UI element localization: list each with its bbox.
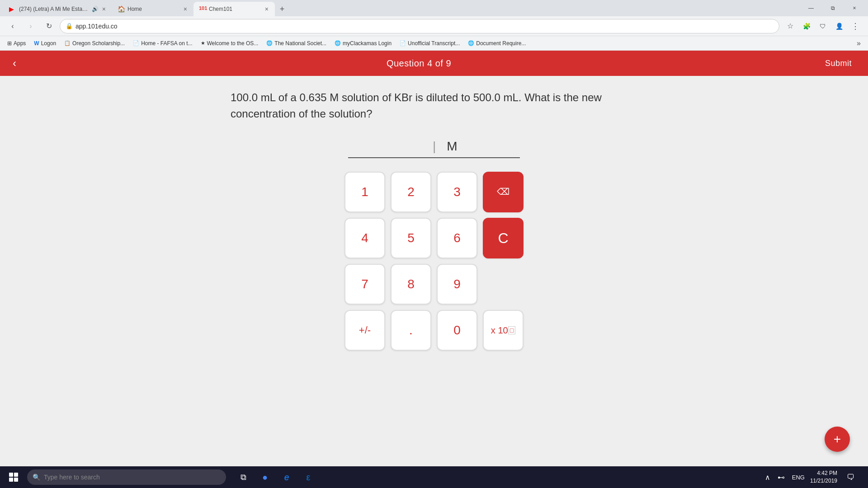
key-7[interactable]: 7 xyxy=(344,264,385,305)
tab-group: ▶ (274) (Letra) A Mi Me Esta D... 🔊 × 🏠 … xyxy=(4,0,801,16)
fab-button[interactable]: + xyxy=(825,427,850,452)
back-button[interactable]: ‹ xyxy=(5,19,20,33)
chem101-favicon: 101 xyxy=(199,5,206,13)
logon-label: Logon xyxy=(41,40,56,47)
transcript-label: Unofficial Transcript... xyxy=(408,40,460,47)
bookmark-star-button[interactable]: ☆ xyxy=(783,19,797,33)
bookmark-unofficial-transcript[interactable]: 📄 Unofficial Transcript... xyxy=(396,38,463,48)
start-icon xyxy=(9,473,18,482)
forward-button[interactable]: › xyxy=(24,19,38,33)
bookmark-national-society[interactable]: 🌐 The National Societ... xyxy=(263,38,330,48)
lang-label[interactable]: ENG xyxy=(790,472,807,483)
answer-unit-label: M xyxy=(443,136,461,157)
svg-text:⌫: ⌫ xyxy=(497,187,509,197)
profile-button[interactable]: 👤 xyxy=(832,19,846,33)
key-backspace[interactable]: ⌫ xyxy=(483,172,524,212)
bookmark-document-require[interactable]: 🌐 Document Require... xyxy=(464,38,529,48)
window-controls: — ⧉ × xyxy=(801,1,864,15)
address-bar[interactable]: 🔒 app.101edu.co xyxy=(60,19,779,33)
app-header: ‹ Question 4 of 9 Submit xyxy=(0,51,868,76)
bookmark-welcome-os[interactable]: ★ Welcome to the OS... xyxy=(197,38,262,48)
key-6[interactable]: 6 xyxy=(437,218,477,258)
menu-button[interactable]: ⋮ xyxy=(848,19,863,33)
extensions-button[interactable]: 🧩 xyxy=(799,19,814,33)
bookmark-fafsa[interactable]: 📄 Home - FAFSA on t... xyxy=(129,38,196,48)
oregon-favicon: 📋 xyxy=(64,40,71,46)
system-tray: ∧ ⊷ ENG 4:42 PM 11/21/2019 🗨 xyxy=(763,467,864,487)
lock-icon: 🔒 xyxy=(66,23,73,29)
tray-up-icon[interactable]: ∧ xyxy=(763,471,772,483)
chrome-icon: ● xyxy=(262,472,268,483)
minimize-button[interactable]: — xyxy=(801,1,821,15)
start-button[interactable] xyxy=(4,467,24,487)
taskbar-edge[interactable]: ε xyxy=(298,467,318,487)
clock-date: 11/21/2019 xyxy=(810,477,837,485)
welcome-favicon: ★ xyxy=(201,40,205,46)
reload-button[interactable]: ↻ xyxy=(42,19,56,33)
fafsa-favicon: 📄 xyxy=(133,40,139,46)
tab-youtube-title: (274) (Letra) A Mi Me Esta D... xyxy=(19,6,89,12)
welcome-label: Welcome to the OS... xyxy=(207,40,259,47)
tab-chem101-close[interactable]: × xyxy=(264,5,269,14)
key-9[interactable]: 9 xyxy=(437,264,477,305)
taskbar-search-bar[interactable]: 🔍 Type here to search xyxy=(27,469,226,485)
tab-home-title: Home xyxy=(127,6,180,12)
maximize-button[interactable]: ⧉ xyxy=(823,1,843,15)
tab-home[interactable]: 🏠 Home × xyxy=(112,2,193,16)
key-3[interactable]: 3 xyxy=(437,172,477,212)
home-favicon: 🏠 xyxy=(118,5,125,13)
youtube-favicon: ▶ xyxy=(9,5,16,13)
question-progress-label: Question 4 of 9 xyxy=(20,58,818,69)
key-plus-minus[interactable]: +/- xyxy=(344,310,385,351)
tab-chem101[interactable]: 101 Chem101 × xyxy=(193,2,275,16)
tab-youtube-close[interactable]: × xyxy=(101,5,107,14)
close-button[interactable]: × xyxy=(844,1,864,15)
bookmark-logon[interactable]: W Logon xyxy=(30,38,60,48)
taskbar-app-tray: ⧉ ● e ε xyxy=(233,467,318,487)
bookmark-myclackamas[interactable]: 🌐 myClackamas Login xyxy=(331,38,395,48)
key-decimal[interactable]: . xyxy=(391,310,431,351)
doc-favicon: 🌐 xyxy=(468,40,474,46)
bookmark-oregon-scholarship[interactable]: 📋 Oregon Scholarship... xyxy=(61,38,128,48)
taskbar-chrome[interactable]: ● xyxy=(255,467,275,487)
nav-actions: ☆ 🧩 🛡 👤 ⋮ xyxy=(783,19,863,33)
edge-ie-icon: e xyxy=(284,472,289,483)
taskbar-task-view[interactable]: ⧉ xyxy=(233,467,253,487)
system-clock[interactable]: 4:42 PM 11/21/2019 xyxy=(810,469,837,485)
bookmark-apps[interactable]: ⊞ Apps xyxy=(4,38,29,48)
key-2[interactable]: 2 xyxy=(391,172,431,212)
natl-label: The National Societ... xyxy=(274,40,326,47)
key-exponent[interactable]: x 10□ xyxy=(483,310,524,351)
answer-container: | M xyxy=(348,136,520,158)
tab-home-close[interactable]: × xyxy=(183,5,188,14)
bookmarks-more-button[interactable]: » xyxy=(853,38,864,49)
title-bar: ▶ (274) (Letra) A Mi Me Esta D... 🔊 × 🏠 … xyxy=(0,0,868,16)
key-5[interactable]: 5 xyxy=(391,218,431,258)
taskbar-edge-ie[interactable]: e xyxy=(277,467,297,487)
ublock-button[interactable]: 🛡 xyxy=(816,19,830,33)
submit-button[interactable]: Submit xyxy=(818,55,859,72)
network-icon[interactable]: ⊷ xyxy=(776,471,787,483)
key-4[interactable]: 4 xyxy=(344,218,385,258)
question-text: 100.0 mL of a 0.635 M solution of KBr is… xyxy=(231,89,637,122)
new-tab-button[interactable]: + xyxy=(275,2,289,16)
clock-time: 4:42 PM xyxy=(810,469,837,477)
bookmarks-bar: ⊞ Apps W Logon 📋 Oregon Scholarship... 📄… xyxy=(0,36,868,51)
key-1[interactable]: 1 xyxy=(344,172,385,212)
key-0[interactable]: 0 xyxy=(437,310,477,351)
taskbar-search-placeholder: Type here to search xyxy=(44,474,100,481)
key-8[interactable]: 8 xyxy=(391,264,431,305)
doc-label: Document Require... xyxy=(476,40,526,47)
clackamas-label: myClackamas Login xyxy=(343,40,392,47)
back-question-button[interactable]: ‹ xyxy=(9,53,20,73)
logon-favicon: W xyxy=(34,40,39,47)
oregon-label: Oregon Scholarship... xyxy=(72,40,125,47)
fafsa-label: Home - FAFSA on t... xyxy=(141,40,192,47)
key-clear[interactable]: C xyxy=(483,218,524,258)
notification-icon[interactable]: 🗨 xyxy=(841,467,861,487)
tab-youtube[interactable]: ▶ (274) (Letra) A Mi Me Esta D... 🔊 × xyxy=(4,2,112,16)
apps-label: Apps xyxy=(14,40,26,47)
tab-chem101-title: Chem101 xyxy=(209,6,261,12)
audio-icon: 🔊 xyxy=(92,6,99,12)
keypad: 1 2 3 ⌫ 4 5 6 C 7 8 9 +/- . 0 x 10□ xyxy=(344,172,524,351)
